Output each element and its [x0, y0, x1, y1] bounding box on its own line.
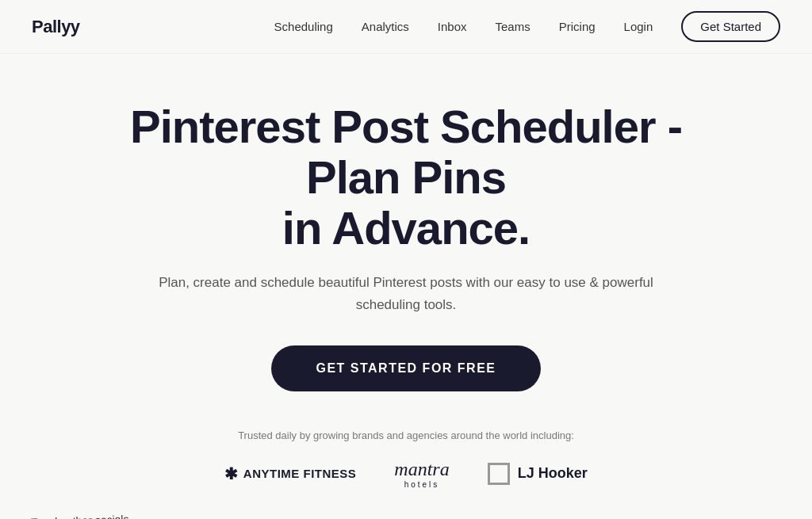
- ljhooker-icon: [488, 463, 510, 485]
- nav-teams[interactable]: Teams: [496, 20, 530, 33]
- anytime-fitness-icon: ✱: [224, 464, 239, 483]
- logo[interactable]: Pallyy: [32, 17, 80, 37]
- nav-links: Scheduling Analytics Inbox Teams Pricing…: [274, 20, 653, 33]
- brand-ljhooker: LJ Hooker: [488, 463, 588, 485]
- hero-section: Pinterest Post Scheduler - Plan Pins in …: [0, 54, 812, 519]
- trusted-section: Trusted daily by growing brands and agen…: [79, 428, 733, 489]
- hero-heading: Pinterest Post Scheduler - Plan Pins in …: [79, 101, 733, 253]
- hero-subtext: Plan, create and schedule beautiful Pint…: [152, 272, 660, 315]
- mantra-label: mantra: [394, 459, 449, 480]
- nav-login[interactable]: Login: [624, 20, 653, 33]
- nav-get-started-button[interactable]: Get Started: [681, 11, 780, 42]
- brand-logos: ✱ ANYTIME FITNESS mantra hotels LJ Hooke…: [79, 459, 733, 489]
- nav-pricing[interactable]: Pricing: [559, 20, 596, 33]
- nav-scheduling[interactable]: Scheduling: [274, 20, 333, 33]
- brand-anytime-fitness: ✱ ANYTIME FITNESS: [224, 464, 356, 483]
- nav-inbox[interactable]: Inbox: [438, 20, 467, 33]
- hero-cta-button[interactable]: GET STARTED FOR FREE: [271, 345, 540, 391]
- brand-mantra: mantra hotels: [394, 459, 449, 489]
- mantra-sub-label: hotels: [404, 480, 440, 489]
- anytime-fitness-label: ANYTIME FITNESS: [243, 467, 357, 480]
- navbar: Pallyy Scheduling Analytics Inbox Teams …: [0, 0, 812, 54]
- trusted-label: Trusted daily by growing brands and agen…: [152, 428, 660, 445]
- nav-analytics[interactable]: Analytics: [362, 20, 409, 33]
- ljhooker-label: LJ Hooker: [518, 465, 588, 482]
